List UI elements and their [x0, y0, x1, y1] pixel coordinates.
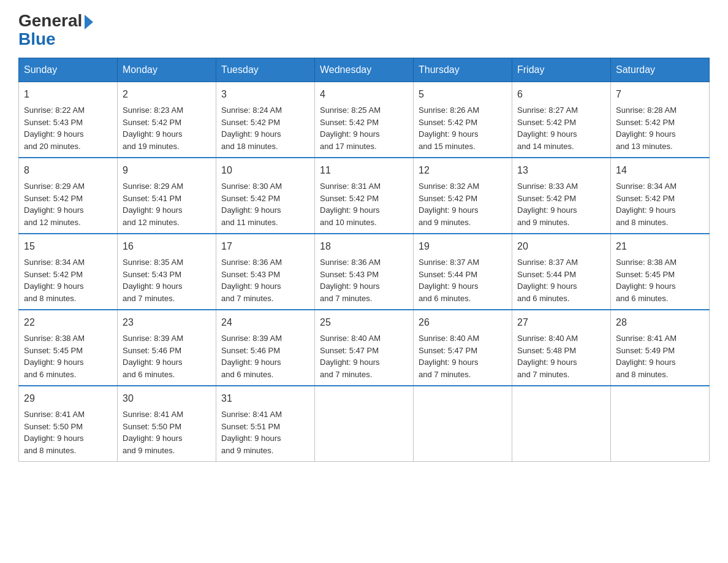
sunset-info: Sunset: 5:41 PM [123, 194, 181, 203]
sunset-info: Sunset: 5:46 PM [221, 346, 280, 355]
sunset-info: Sunset: 5:42 PM [419, 118, 477, 127]
calendar-day-cell [315, 386, 414, 462]
sunset-info: Sunset: 5:45 PM [616, 270, 675, 279]
daylight-hours: Daylight: 9 hours [24, 282, 84, 291]
calendar-day-cell: 25Sunrise: 8:40 AMSunset: 5:47 PMDayligh… [315, 310, 414, 386]
day-number: 16 [123, 239, 211, 254]
sunrise-info: Sunrise: 8:31 AM [320, 182, 381, 191]
sunrise-info: Sunrise: 8:26 AM [419, 105, 479, 115]
day-of-week-header: Sunday [19, 58, 118, 82]
calendar-day-cell: 20Sunrise: 8:37 AMSunset: 5:44 PMDayligh… [512, 234, 611, 310]
daylight-minutes: and 13 minutes. [616, 142, 673, 151]
daylight-minutes: and 7 minutes. [517, 370, 569, 379]
daylight-minutes: and 8 minutes. [24, 294, 76, 303]
sunrise-info: Sunrise: 8:22 AM [24, 105, 85, 115]
daylight-hours: Daylight: 9 hours [123, 282, 183, 291]
sunrise-info: Sunrise: 8:36 AM [320, 258, 381, 267]
sunset-info: Sunset: 5:47 PM [419, 346, 477, 355]
calendar-day-cell: 10Sunrise: 8:30 AMSunset: 5:42 PMDayligh… [216, 158, 315, 234]
day-number: 30 [123, 391, 211, 406]
daylight-hours: Daylight: 9 hours [419, 282, 479, 291]
sunset-info: Sunset: 5:42 PM [123, 118, 181, 127]
sunset-info: Sunset: 5:46 PM [123, 346, 181, 355]
daylight-minutes: and 6 minutes. [221, 370, 273, 379]
page-header: General Blue [18, 12, 710, 48]
daylight-minutes: and 12 minutes. [24, 218, 81, 227]
sunrise-info: Sunrise: 8:37 AM [517, 258, 578, 267]
daylight-hours: Daylight: 9 hours [616, 205, 676, 215]
calendar-day-cell: 18Sunrise: 8:36 AMSunset: 5:43 PMDayligh… [315, 234, 414, 310]
sunrise-info: Sunrise: 8:41 AM [616, 334, 677, 343]
calendar-day-cell: 12Sunrise: 8:32 AMSunset: 5:42 PMDayligh… [414, 158, 512, 234]
sunrise-info: Sunrise: 8:29 AM [123, 182, 183, 191]
sunset-info: Sunset: 5:48 PM [517, 346, 576, 355]
daylight-hours: Daylight: 9 hours [320, 358, 380, 367]
sunrise-info: Sunrise: 8:40 AM [320, 334, 381, 343]
calendar-week-row: 15Sunrise: 8:34 AMSunset: 5:42 PMDayligh… [19, 234, 710, 310]
daylight-minutes: and 9 minutes. [221, 446, 273, 455]
daylight-minutes: and 14 minutes. [517, 142, 574, 151]
calendar-day-cell [512, 386, 611, 462]
daylight-minutes: and 7 minutes. [123, 294, 175, 303]
sunrise-info: Sunrise: 8:41 AM [221, 410, 282, 419]
calendar-day-cell: 5Sunrise: 8:26 AMSunset: 5:42 PMDaylight… [414, 82, 512, 158]
sunrise-info: Sunrise: 8:39 AM [221, 334, 282, 343]
calendar-day-cell: 13Sunrise: 8:33 AMSunset: 5:42 PMDayligh… [512, 158, 611, 234]
day-number: 10 [221, 163, 309, 178]
sunset-info: Sunset: 5:42 PM [616, 194, 675, 203]
sunset-info: Sunset: 5:50 PM [123, 422, 181, 431]
daylight-hours: Daylight: 9 hours [221, 129, 281, 139]
daylight-minutes: and 20 minutes. [24, 142, 81, 151]
daylight-hours: Daylight: 9 hours [419, 358, 479, 367]
sunset-info: Sunset: 5:42 PM [616, 118, 675, 127]
daylight-minutes: and 12 minutes. [123, 218, 180, 227]
sunrise-info: Sunrise: 8:30 AM [221, 182, 282, 191]
calendar-day-cell: 3Sunrise: 8:24 AMSunset: 5:42 PMDaylight… [216, 82, 315, 158]
sunrise-info: Sunrise: 8:25 AM [320, 105, 381, 115]
daylight-hours: Daylight: 9 hours [320, 282, 380, 291]
calendar-week-row: 1Sunrise: 8:22 AMSunset: 5:43 PMDaylight… [19, 82, 710, 158]
sunset-info: Sunset: 5:42 PM [320, 118, 379, 127]
sunset-info: Sunset: 5:42 PM [419, 194, 477, 203]
daylight-hours: Daylight: 9 hours [221, 205, 281, 215]
sunset-info: Sunset: 5:43 PM [320, 270, 379, 279]
daylight-minutes: and 8 minutes. [24, 446, 76, 455]
logo-general: General [18, 12, 93, 29]
daylight-minutes: and 15 minutes. [419, 142, 476, 151]
daylight-hours: Daylight: 9 hours [419, 129, 479, 139]
daylight-hours: Daylight: 9 hours [123, 434, 183, 443]
sunset-info: Sunset: 5:42 PM [221, 118, 280, 127]
calendar-day-cell: 2Sunrise: 8:23 AMSunset: 5:42 PMDaylight… [118, 82, 216, 158]
sunset-info: Sunset: 5:42 PM [24, 270, 83, 279]
sunrise-info: Sunrise: 8:28 AM [616, 105, 677, 115]
calendar-day-cell: 28Sunrise: 8:41 AMSunset: 5:49 PMDayligh… [611, 310, 710, 386]
sunrise-info: Sunrise: 8:40 AM [419, 334, 479, 343]
sunset-info: Sunset: 5:42 PM [24, 194, 83, 203]
calendar-day-cell [611, 386, 710, 462]
sunrise-info: Sunrise: 8:35 AM [123, 258, 183, 267]
sunset-info: Sunset: 5:49 PM [616, 346, 675, 355]
daylight-minutes: and 11 minutes. [221, 218, 278, 227]
day-of-week-header: Monday [118, 58, 216, 82]
day-number: 14 [616, 163, 704, 178]
daylight-minutes: and 6 minutes. [419, 294, 471, 303]
sunrise-info: Sunrise: 8:33 AM [517, 182, 578, 191]
sunset-info: Sunset: 5:43 PM [123, 270, 181, 279]
calendar-header-row: SundayMondayTuesdayWednesdayThursdayFrid… [19, 58, 710, 82]
day-number: 29 [24, 391, 112, 406]
day-number: 22 [24, 315, 112, 330]
calendar-week-row: 8Sunrise: 8:29 AMSunset: 5:42 PMDaylight… [19, 158, 710, 234]
calendar-day-cell: 11Sunrise: 8:31 AMSunset: 5:42 PMDayligh… [315, 158, 414, 234]
daylight-minutes: and 6 minutes. [616, 294, 668, 303]
calendar-week-row: 22Sunrise: 8:38 AMSunset: 5:45 PMDayligh… [19, 310, 710, 386]
daylight-minutes: and 9 minutes. [517, 218, 569, 227]
day-number: 26 [419, 315, 507, 330]
daylight-minutes: and 6 minutes. [123, 370, 175, 379]
day-of-week-header: Tuesday [216, 58, 315, 82]
daylight-hours: Daylight: 9 hours [221, 434, 281, 443]
day-number: 1 [24, 87, 112, 102]
day-of-week-header: Friday [512, 58, 611, 82]
daylight-minutes: and 18 minutes. [221, 142, 278, 151]
daylight-minutes: and 6 minutes. [24, 370, 76, 379]
day-number: 20 [517, 239, 605, 254]
